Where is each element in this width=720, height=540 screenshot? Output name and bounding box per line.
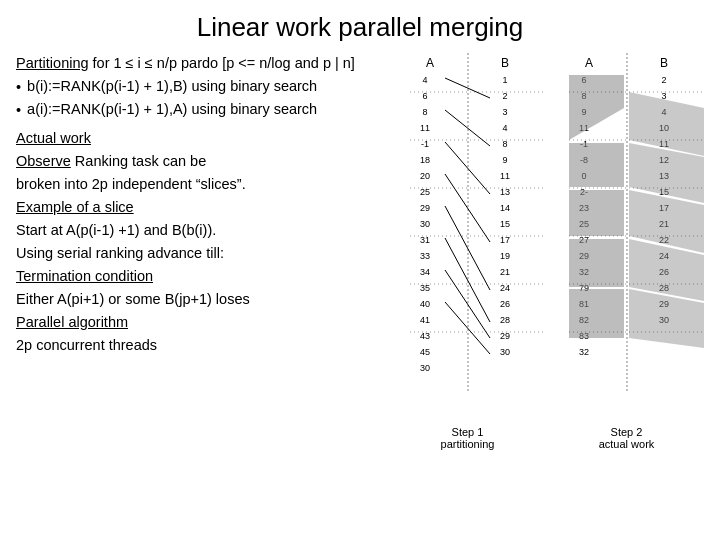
svg-text:3: 3: [502, 107, 507, 117]
text-column: Partitioning for 1 ≤ i ≤ n/p pardo [p <=…: [16, 53, 390, 530]
svg-text:41: 41: [420, 315, 430, 325]
svg-text:34: 34: [420, 267, 430, 277]
svg-marker-95: [569, 190, 624, 236]
svg-text:30: 30: [500, 347, 510, 357]
svg-text:4: 4: [502, 123, 507, 133]
svg-text:40: 40: [420, 299, 430, 309]
step2-diagram: A B 6 8 9 11 -1 -8 0 2- 23 25 27 29: [549, 53, 704, 450]
svg-text:17: 17: [500, 235, 510, 245]
observe-rest: Ranking task can be: [71, 153, 206, 169]
bullet-text-1: b(i):=RANK(p(i-1) + 1),B) using binary s…: [27, 76, 317, 97]
svg-text:11: 11: [500, 171, 510, 181]
svg-line-44: [445, 206, 490, 290]
start-line: Start at A(p(i-1) +1) and B(b(i)).: [16, 220, 382, 241]
bullet-icon-1: •: [16, 77, 21, 98]
svg-text:26: 26: [500, 299, 510, 309]
svg-text:A: A: [426, 56, 434, 70]
svg-text:8: 8: [422, 107, 427, 117]
step2-svg: A B 6 8 9 11 -1 -8 0 2- 23 25 27 29: [549, 53, 704, 423]
svg-line-40: [445, 78, 490, 98]
svg-text:30: 30: [420, 219, 430, 229]
svg-text:B: B: [660, 56, 668, 70]
svg-text:2: 2: [502, 91, 507, 101]
svg-text:31: 31: [420, 235, 430, 245]
either-line: Either A(pi+1) or some B(jp+1) loses: [16, 289, 382, 310]
svg-marker-97: [569, 239, 624, 287]
using-line: Using serial ranking advance till:: [16, 243, 382, 264]
page: Linear work parallel merging Partitionin…: [0, 0, 720, 540]
svg-text:45: 45: [420, 347, 430, 357]
termination-underline: Termination condition: [16, 268, 153, 284]
svg-line-43: [445, 174, 490, 242]
svg-line-41: [445, 110, 490, 146]
svg-line-42: [445, 142, 490, 194]
svg-text:19: 19: [500, 251, 510, 261]
partitioning-rest: for 1 ≤ i ≤ n/p pardo [p <= n/log and p …: [89, 55, 355, 71]
bullet-line-2: • a(i):=RANK(p(i-1) + 1),A) using binary…: [16, 99, 382, 121]
example-underline: Example of a slice: [16, 199, 134, 215]
example-line: Example of a slice: [16, 197, 382, 218]
page-title: Linear work parallel merging: [16, 12, 704, 43]
svg-text:28: 28: [500, 315, 510, 325]
partitioning-underline: Partitioning: [16, 55, 89, 71]
concurrent-line: 2p concurrent threads: [16, 335, 382, 356]
parallel-line: Parallel algorithm: [16, 312, 382, 333]
svg-text:29: 29: [500, 331, 510, 341]
svg-text:21: 21: [500, 267, 510, 277]
svg-text:18: 18: [420, 155, 430, 165]
svg-text:30: 30: [420, 363, 430, 373]
svg-text:1: 1: [502, 75, 507, 85]
bullet-text-2: a(i):=RANK(p(i-1) + 1),A) using binary s…: [27, 99, 317, 120]
bullet-line-1: • b(i):=RANK(p(i-1) + 1),B) using binary…: [16, 76, 382, 98]
svg-text:25: 25: [420, 187, 430, 197]
svg-text:24: 24: [500, 283, 510, 293]
svg-text:14: 14: [500, 203, 510, 213]
observe-line2: broken into 2p independent “slices”.: [16, 174, 382, 195]
step1-svg: A B 4 6 8 11 -1 18 20 25 29 30 31 33: [390, 53, 545, 423]
svg-text:-1: -1: [421, 139, 429, 149]
svg-text:20: 20: [420, 171, 430, 181]
svg-text:13: 13: [500, 187, 510, 197]
svg-text:43: 43: [420, 331, 430, 341]
svg-text:9: 9: [502, 155, 507, 165]
bullet-icon-2: •: [16, 100, 21, 121]
svg-text:B: B: [501, 56, 509, 70]
step1-diagram: A B 4 6 8 11 -1 18 20 25 29 30 31 33: [390, 53, 545, 450]
svg-marker-91: [569, 75, 624, 140]
svg-text:11: 11: [420, 123, 430, 133]
observe-line: Observe Ranking task can be: [16, 151, 382, 172]
step1-label: Step 1partitioning: [441, 426, 495, 450]
svg-text:33: 33: [420, 251, 430, 261]
svg-marker-99: [569, 289, 624, 338]
svg-text:29: 29: [420, 203, 430, 213]
content-area: Partitioning for 1 ≤ i ≤ n/p pardo [p <=…: [16, 53, 704, 530]
svg-text:2: 2: [661, 75, 666, 85]
svg-text:6: 6: [422, 91, 427, 101]
parallel-underline: Parallel algorithm: [16, 314, 128, 330]
observe-underline: Observe: [16, 153, 71, 169]
images-column: A B 4 6 8 11 -1 18 20 25 29 30 31 33: [390, 53, 704, 530]
svg-text:8: 8: [502, 139, 507, 149]
step2-label: Step 2actual work: [599, 426, 655, 450]
actual-work-line: Actual work: [16, 128, 382, 149]
svg-text:32: 32: [579, 347, 589, 357]
partitioning-line: Partitioning for 1 ≤ i ≤ n/p pardo [p <=…: [16, 53, 382, 74]
svg-marker-93: [569, 143, 624, 187]
termination-line: Termination condition: [16, 266, 382, 287]
actual-work-underline: Actual work: [16, 130, 91, 146]
svg-text:4: 4: [422, 75, 427, 85]
svg-text:15: 15: [500, 219, 510, 229]
svg-text:35: 35: [420, 283, 430, 293]
svg-text:A: A: [585, 56, 593, 70]
